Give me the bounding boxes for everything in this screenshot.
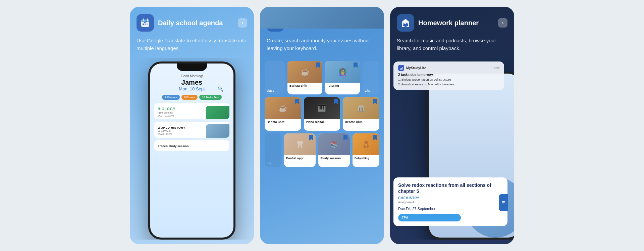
task-tab-icon: [501, 199, 506, 206]
grid-cell-dentist[interactable]: 🦷 Dentist appt: [284, 133, 316, 167]
grid-row-2: ☕ Barista Shift 🎹 Piano recital 🏛️ Debat…: [265, 97, 379, 131]
cards-container: Daily school agenda › Use Google Transla…: [123, 0, 521, 251]
svg-rect-4: [143, 24, 144, 25]
tutoring-label: Tutoring: [325, 83, 360, 89]
subject-card-french: French study session: [154, 140, 229, 151]
card-1-phone-area: Good Morning! James Mon, 10 Sept 🔍 4 Cla…: [130, 58, 254, 240]
biology-thumb: [206, 106, 229, 119]
svg-rect-23: [502, 201, 505, 202]
cha-label: Cha: [365, 89, 370, 92]
grid-cell-om: om: [265, 133, 281, 167]
notification-card: MyStudyLife now 2 tasks due tomorrow 1. …: [393, 61, 504, 90]
notif-time: now: [494, 66, 499, 70]
grid-cell-cha: Cha: [363, 61, 379, 94]
om-label: om: [267, 162, 271, 165]
svg-rect-25: [502, 204, 504, 204]
task-card: Solve redox reactions from all sections …: [393, 177, 507, 226]
house-icon: [400, 18, 411, 28]
bookmark-icon-study: [343, 135, 348, 141]
card-3-content: MyStudyLife now 2 tasks due tomorrow 1. …: [390, 58, 514, 240]
notif-header: MyStudyLife now: [398, 65, 499, 71]
svg-marker-9: [401, 19, 410, 22]
debate-label: Debate Club: [343, 119, 379, 125]
card-3-title: Homework planner: [418, 19, 494, 27]
grid-cell-piano[interactable]: 🎹 Piano recital: [304, 97, 340, 131]
notif-app-icon: [398, 65, 404, 71]
svg-rect-19: [400, 69, 401, 70]
grid-cell-class: class: [265, 61, 285, 94]
history-name: WORLD HISTORY: [158, 126, 185, 129]
grid-cell-barista-1[interactable]: ☕ Barista Shift: [287, 61, 322, 94]
agenda-greeting: Good Morning!: [154, 74, 229, 78]
card-xtra-tracker: Xtra- life tracker › Create, search and …: [260, 7, 384, 244]
notif-item-2: 2. Analytical essay on Macbeth character…: [398, 82, 499, 87]
card-1-icon: [137, 14, 154, 32]
grid-cell-barista-2[interactable]: ☕ Barista Shift: [265, 97, 301, 131]
grid-row-3: om 🦷 Dentist appt 📚 Study session: [265, 133, 379, 167]
task-subject: CHEMISTRY: [398, 196, 503, 200]
dentist-label: Dentist appt: [284, 155, 316, 161]
notif-item-1: 1. Biology presentation on cell structur…: [398, 78, 499, 82]
card-1-header: Daily school agenda ›: [130, 7, 254, 37]
grid-cell-study[interactable]: 📚 Study session: [318, 133, 350, 167]
bookmark-icon-debate: [373, 98, 377, 104]
search-icon[interactable]: 🔍: [218, 86, 223, 92]
task-tab: [499, 194, 508, 211]
subject-card-biology: BIOLOGY Plant Systems 9AM - 10.30AM Up N…: [154, 103, 229, 119]
progress-label: 27%: [401, 216, 408, 220]
svg-rect-20: [401, 68, 402, 70]
history-thumb: [206, 124, 229, 138]
svg-rect-14: [404, 24, 405, 26]
svg-rect-13: [403, 25, 404, 26]
agenda-name: James: [154, 79, 229, 86]
grid-row-1: class ☕ Barista Shift 👩‍🏫 Tutoring: [265, 61, 379, 94]
svg-rect-15: [405, 25, 406, 26]
class-label: class: [267, 89, 274, 92]
bookmark-icon-tutoring: [353, 62, 358, 68]
bookmark-icon-barista-2: [294, 98, 299, 104]
svg-rect-24: [502, 202, 505, 203]
stat-exams: 5 Exams: [181, 95, 198, 100]
card-3-chevron[interactable]: ›: [498, 18, 507, 28]
phone-notch-1: [177, 64, 207, 71]
agenda-stats: 4 Classes 5 Exams 10 Tasks Due: [154, 95, 229, 100]
card-homework-planner: Homework planner › Search for music and …: [390, 7, 514, 244]
grid-cell-tutoring[interactable]: 👩‍🏫 Tutoring: [325, 61, 360, 94]
bookmark-icon-piano: [333, 98, 338, 104]
task-due: Due Fri, 27 September: [398, 207, 503, 211]
card-2-subtitle: Create, search and modify your issues wi…: [260, 37, 384, 58]
barista-label-2: Barista Shift: [265, 119, 301, 125]
svg-rect-1: [141, 19, 149, 22]
notif-title: 2 tasks due tomorrow: [398, 73, 499, 77]
bookmark-icon-1: [316, 62, 320, 68]
biology-name: BIOLOGY: [158, 107, 175, 111]
card-1-chevron[interactable]: ›: [238, 18, 247, 28]
svg-rect-6: [147, 24, 148, 25]
card-3-subtitle: Search for music and podcasts, browse yo…: [390, 37, 514, 58]
card-3-header: Homework planner ›: [390, 7, 514, 37]
card-1-subtitle: Use Google Translate to effortlessly tra…: [130, 37, 254, 58]
calendar-icon: [140, 18, 150, 28]
card-1-title: Daily school agenda: [158, 19, 234, 27]
subject-card-history: WORLD HISTORY World War II 11AM - 12PM 1…: [154, 122, 229, 138]
svg-rect-5: [145, 24, 146, 25]
svg-rect-21: [402, 67, 402, 70]
bookmark-icon-babysitting: [373, 135, 377, 141]
phone-mockup-1: Good Morning! James Mon, 10 Sept 🔍 4 Cla…: [148, 61, 235, 240]
agenda-screen: Good Morning! James Mon, 10 Sept 🔍 4 Cla…: [150, 64, 233, 238]
svg-rect-16: [406, 23, 407, 26]
grid-cell-debate[interactable]: 🏛️ Debate Club: [343, 97, 379, 131]
notif-app-name: MyStudyLife: [406, 66, 492, 70]
svg-rect-17: [407, 24, 408, 26]
card-2-grid: class ☕ Barista Shift 👩‍🏫 Tutoring: [260, 58, 384, 240]
card-3-icon: [397, 14, 414, 32]
study-label: Study session: [318, 155, 350, 161]
msl-icon: [399, 66, 403, 70]
stat-tasks: 10 Tasks Due: [199, 95, 222, 100]
french-name: French study session: [158, 144, 189, 148]
progress-bar: 27%: [398, 214, 461, 221]
barista-label-1: Barista Shift: [287, 83, 322, 89]
piano-label: Piano recital: [304, 119, 340, 125]
task-title: Solve redox reactions from all sections …: [398, 182, 503, 194]
grid-cell-babysitting[interactable]: 🧸 Babysitting: [353, 133, 379, 167]
